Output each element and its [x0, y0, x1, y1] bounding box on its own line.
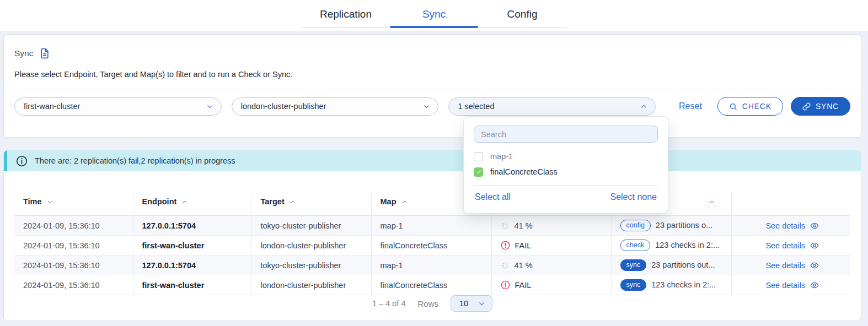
rows-per-page-label: Rows — [417, 299, 438, 308]
sort-desc-icon — [47, 199, 53, 205]
map-option[interactable]: finalConcreteClass — [474, 164, 658, 180]
status-text: FAIL — [515, 241, 532, 250]
card-title-row: Sync — [14, 48, 50, 59]
time-cell: 2024-01-09, 15:36:10 — [14, 256, 133, 275]
table-row: 2024-01-09, 15:36:10first-wan-clusterlon… — [14, 275, 850, 295]
pagination-range: 1 – 4 of 4 — [372, 299, 405, 308]
rows-per-page-select[interactable]: 10 — [451, 295, 492, 312]
column-label: Time — [23, 197, 42, 206]
target-cell: london-cluster-publisher — [251, 236, 371, 256]
map-select[interactable]: 1 selected — [448, 97, 656, 116]
active-tab-indicator — [390, 26, 478, 28]
column-header-time[interactable]: Time — [14, 193, 133, 216]
sort-asc-icon — [181, 199, 188, 205]
rows-per-page-value: 10 — [459, 299, 468, 308]
column-label: Map — [381, 197, 397, 206]
see-details-link[interactable]: See details — [765, 281, 819, 290]
target-select[interactable]: london-cluster-publisher — [232, 97, 439, 116]
banner-text: There are: 2 replication(s) fail,2 repli… — [35, 156, 235, 165]
message-cell: config23 partitions o... — [611, 216, 731, 236]
error-icon — [501, 241, 510, 250]
status-text: FAIL — [515, 281, 532, 290]
tab-replication[interactable]: Replication — [302, 3, 390, 27]
message-cell: check123 checks in 2:... — [611, 236, 731, 256]
tab-label: Replication — [320, 8, 372, 20]
message-cell: sync123 checks in 2:... — [611, 275, 731, 295]
endpoint-cell: 127.0.0.1:5704 — [133, 216, 251, 236]
column-header-target[interactable]: Target — [251, 193, 371, 216]
endpoint-cell: first-wan-cluster — [133, 275, 251, 295]
pagination: 1 – 4 of 4 Rows 10 — [4, 295, 861, 312]
tab-sync[interactable]: Sync — [390, 3, 478, 27]
spinner-icon — [501, 261, 510, 270]
divider — [4, 89, 861, 89]
document-icon[interactable] — [39, 48, 50, 59]
results-card: There are: 2 replication(s) fail,2 repli… — [3, 150, 861, 321]
map-option-label: finalConcreteClass — [490, 167, 558, 176]
message-badge: check — [620, 240, 651, 252]
column-header[interactable] — [731, 193, 850, 216]
endpoint-select[interactable]: first-wan-cluster — [14, 97, 222, 116]
eye-icon — [810, 221, 819, 230]
check-button-label: CHECK — [742, 102, 771, 111]
status-content: 41 % — [501, 221, 606, 230]
table-row: 2024-01-09, 15:36:10first-wan-clusterlon… — [14, 236, 850, 256]
info-icon — [16, 155, 28, 167]
column-header-endpoint[interactable]: Endpoint — [133, 193, 251, 216]
chevron-down-icon — [206, 103, 213, 110]
see-details-label: See details — [765, 261, 805, 270]
message-text: 23 partitions out... — [651, 260, 715, 269]
eye-icon — [810, 241, 819, 250]
see-details-label: See details — [765, 241, 805, 250]
map-cell: map-1 — [371, 216, 491, 236]
sync-button-label: SYNC — [816, 102, 839, 111]
status-text: 41 % — [515, 221, 533, 230]
message-badge: config — [620, 220, 651, 232]
chevron-up-icon — [640, 103, 647, 110]
link-icon — [802, 102, 811, 111]
table-row: 2024-01-09, 15:36:10127.0.0.1:5704tokyo-… — [14, 216, 850, 236]
select-all-link[interactable]: Select all — [475, 192, 511, 202]
spinner-icon — [501, 221, 510, 230]
reset-link[interactable]: Reset — [679, 101, 702, 111]
sort-asc-icon — [401, 199, 408, 205]
error-icon — [501, 280, 510, 290]
endpoint-cell: 127.0.0.1:5704 — [133, 256, 251, 275]
replications-table: TimeEndpointTargetMap 2024-01-09, 15:36:… — [14, 193, 850, 295]
target-cell: tokyo-cluster-publisher — [251, 216, 371, 236]
map-option[interactable]: map-1 — [474, 149, 658, 164]
filter-instructions: Please select Endpoint, Target and Map(s… — [14, 70, 292, 79]
message-badge: sync — [620, 279, 647, 291]
check-button[interactable]: CHECK — [717, 97, 783, 116]
time-cell: 2024-01-09, 15:36:10 — [14, 275, 133, 295]
details-cell: See details — [731, 256, 850, 275]
select-none-link[interactable]: Select none — [610, 192, 657, 202]
chevron-down-icon — [423, 103, 430, 110]
details-cell: See details — [731, 216, 850, 236]
table-header-row: TimeEndpointTargetMap — [14, 193, 850, 216]
map-dropdown-panel: map-1finalConcreteClass Select all Selec… — [463, 116, 668, 214]
map-cell: finalConcreteClass — [371, 236, 491, 256]
column-label: Endpoint — [142, 197, 177, 206]
status-content: FAIL — [501, 280, 606, 290]
filter-row: first-wan-cluster london-cluster-publish… — [14, 97, 850, 116]
checkbox-unchecked[interactable] — [474, 152, 483, 161]
endpoint-select-value: first-wan-cluster — [24, 102, 80, 111]
tab-label: Sync — [422, 8, 446, 20]
tab-bar: ReplicationSyncConfig — [302, 3, 566, 28]
see-details-link[interactable]: See details — [765, 221, 819, 230]
map-search-input[interactable] — [474, 126, 658, 143]
message-badge: sync — [620, 259, 647, 271]
time-cell: 2024-01-09, 15:36:10 — [14, 236, 133, 256]
checkbox-checked[interactable] — [474, 167, 483, 177]
info-banner: There are: 2 replication(s) fail,2 repli… — [4, 150, 861, 171]
eye-icon — [810, 281, 819, 290]
see-details-label: See details — [765, 281, 805, 290]
sync-button[interactable]: SYNC — [791, 97, 850, 116]
eye-icon — [810, 261, 819, 270]
see-details-link[interactable]: See details — [765, 241, 819, 250]
tab-config[interactable]: Config — [478, 3, 566, 27]
status-text: 41 % — [515, 261, 533, 270]
see-details-link[interactable]: See details — [765, 261, 819, 270]
message-cell: sync23 partitions out... — [611, 256, 731, 275]
